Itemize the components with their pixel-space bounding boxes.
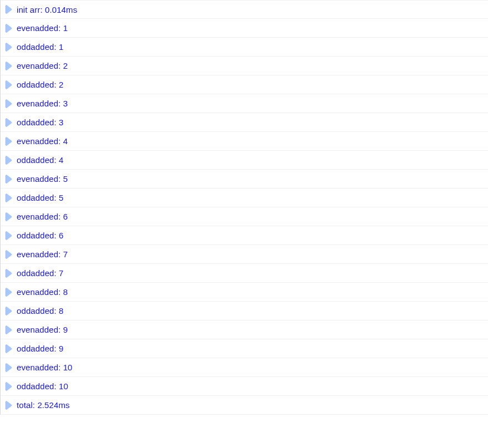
console-log-row[interactable]: evenadded: 7 bbox=[1, 245, 488, 264]
disclosure-triangle-icon[interactable] bbox=[4, 401, 13, 410]
disclosure-triangle-icon[interactable] bbox=[4, 24, 13, 33]
disclosure-triangle-icon[interactable] bbox=[4, 80, 13, 89]
console-output: init arr: 0.014ms evenadded: 1 oddadded:… bbox=[0, 0, 488, 415]
disclosure-triangle-icon[interactable] bbox=[4, 43, 13, 52]
console-log-row[interactable]: total: 2.524ms bbox=[1, 396, 488, 415]
disclosure-triangle-icon[interactable] bbox=[4, 118, 13, 127]
console-log-row[interactable]: oddadded: 8 bbox=[1, 302, 488, 320]
console-log-text: oddadded: 6 bbox=[17, 231, 64, 240]
disclosure-triangle-icon[interactable] bbox=[4, 307, 13, 315]
disclosure-triangle-icon[interactable] bbox=[4, 344, 13, 353]
disclosure-triangle-icon[interactable] bbox=[4, 137, 13, 146]
disclosure-triangle-icon[interactable] bbox=[4, 99, 13, 108]
console-log-text: oddadded: 2 bbox=[17, 80, 64, 89]
console-log-text: evenadded: 2 bbox=[17, 61, 68, 70]
console-log-text: oddadded: 5 bbox=[17, 193, 64, 202]
console-log-row[interactable]: oddadded: 4 bbox=[1, 151, 488, 170]
console-log-row[interactable]: oddadded: 9 bbox=[1, 339, 488, 358]
disclosure-triangle-icon[interactable] bbox=[4, 194, 13, 202]
disclosure-triangle-icon[interactable] bbox=[4, 382, 13, 391]
console-log-text: evenadded: 8 bbox=[17, 287, 68, 297]
disclosure-triangle-icon[interactable] bbox=[4, 250, 13, 259]
console-log-row[interactable]: oddadded: 3 bbox=[1, 113, 488, 132]
console-log-text: evenadded: 6 bbox=[17, 212, 68, 221]
console-log-row[interactable]: oddadded: 10 bbox=[1, 377, 488, 396]
console-log-row[interactable]: oddadded: 2 bbox=[1, 75, 488, 94]
console-log-text: total: 2.524ms bbox=[17, 400, 70, 410]
console-log-text: evenadded: 7 bbox=[17, 250, 68, 259]
disclosure-triangle-icon[interactable] bbox=[4, 325, 13, 334]
disclosure-triangle-icon[interactable] bbox=[4, 269, 13, 278]
console-log-text: oddadded: 8 bbox=[17, 306, 64, 315]
disclosure-triangle-icon[interactable] bbox=[4, 212, 13, 221]
disclosure-triangle-icon[interactable] bbox=[4, 156, 13, 165]
disclosure-triangle-icon[interactable] bbox=[4, 363, 13, 372]
console-log-text: evenadded: 3 bbox=[17, 99, 68, 108]
console-log-text: oddadded: 4 bbox=[17, 155, 64, 165]
console-log-row[interactable]: evenadded: 8 bbox=[1, 283, 488, 302]
console-log-row[interactable]: evenadded: 3 bbox=[1, 94, 488, 113]
console-log-row[interactable]: evenadded: 6 bbox=[1, 207, 488, 226]
console-log-text: oddadded: 10 bbox=[17, 381, 68, 391]
console-log-row[interactable]: oddadded: 5 bbox=[1, 189, 488, 207]
console-log-row[interactable]: oddadded: 6 bbox=[1, 226, 488, 245]
console-log-row[interactable]: evenadded: 2 bbox=[1, 57, 488, 75]
console-log-text: oddadded: 7 bbox=[17, 268, 64, 278]
console-log-row[interactable]: oddadded: 1 bbox=[1, 38, 488, 57]
console-log-row[interactable]: oddadded: 7 bbox=[1, 264, 488, 283]
console-log-text: evenadded: 9 bbox=[17, 325, 68, 334]
console-log-text: oddadded: 1 bbox=[17, 42, 64, 52]
disclosure-triangle-icon[interactable] bbox=[4, 5, 13, 14]
disclosure-triangle-icon[interactable] bbox=[4, 175, 13, 184]
console-log-row[interactable]: evenadded: 10 bbox=[1, 358, 488, 377]
console-log-text: evenadded: 1 bbox=[17, 23, 68, 33]
console-log-row[interactable]: init arr: 0.014ms bbox=[1, 0, 488, 19]
console-log-text: oddadded: 3 bbox=[17, 118, 64, 127]
console-log-text: oddadded: 9 bbox=[17, 344, 64, 353]
disclosure-triangle-icon[interactable] bbox=[4, 231, 13, 240]
console-log-text: evenadded: 4 bbox=[17, 136, 68, 146]
disclosure-triangle-icon[interactable] bbox=[4, 62, 13, 70]
console-log-row[interactable]: evenadded: 4 bbox=[1, 132, 488, 151]
console-log-row[interactable]: evenadded: 9 bbox=[1, 320, 488, 339]
console-log-row[interactable]: evenadded: 1 bbox=[1, 19, 488, 38]
console-log-text: evenadded: 5 bbox=[17, 174, 68, 184]
console-log-row[interactable]: evenadded: 5 bbox=[1, 170, 488, 189]
console-log-text: init arr: 0.014ms bbox=[17, 5, 77, 14]
console-log-text: evenadded: 10 bbox=[17, 363, 73, 372]
disclosure-triangle-icon[interactable] bbox=[4, 288, 13, 297]
